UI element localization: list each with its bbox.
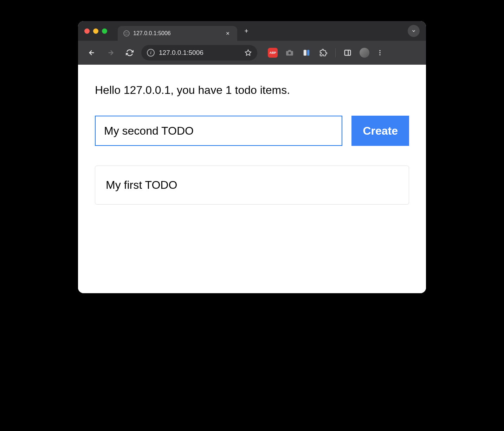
svg-point-8 xyxy=(379,52,380,53)
browser-window: 127.0.0.1:5006 i 127.0.0.1:5006 xyxy=(78,21,426,293)
abp-extension-icon[interactable]: ABP xyxy=(268,48,278,58)
window-minimize-button[interactable] xyxy=(93,28,98,34)
svg-rect-3 xyxy=(304,50,306,56)
close-icon[interactable] xyxy=(224,31,232,36)
page-content: Hello 127.0.0.1, you have 1 todo items. … xyxy=(78,65,426,293)
toolbar-divider xyxy=(335,48,336,57)
create-form: Create xyxy=(95,116,409,146)
todo-item: My first TODO xyxy=(95,166,409,205)
site-info-icon[interactable]: i xyxy=(147,49,155,57)
todo-item-text: My first TODO xyxy=(106,179,177,191)
forward-button[interactable] xyxy=(103,47,118,59)
traffic-lights xyxy=(84,28,107,34)
toolbar: i 127.0.0.1:5006 ABP xyxy=(78,41,426,65)
create-button[interactable]: Create xyxy=(351,116,409,146)
svg-marker-1 xyxy=(245,50,251,56)
titlebar-right xyxy=(408,25,420,37)
svg-point-7 xyxy=(379,50,380,51)
window-close-button[interactable] xyxy=(84,28,90,34)
new-tab-button[interactable] xyxy=(244,28,249,34)
camera-extension-icon[interactable] xyxy=(285,48,295,58)
side-panel-icon[interactable] xyxy=(343,48,353,58)
bookmark-icon[interactable] xyxy=(245,49,252,56)
tab-title: 127.0.0.1:5006 xyxy=(133,30,220,37)
globe-icon xyxy=(123,30,130,37)
profile-avatar[interactable] xyxy=(360,48,369,58)
window-maximize-button[interactable] xyxy=(102,28,107,34)
address-bar[interactable]: i 127.0.0.1:5006 xyxy=(141,45,257,60)
extensions-icon[interactable] xyxy=(318,48,328,58)
reload-button[interactable] xyxy=(122,47,137,59)
back-button[interactable] xyxy=(84,47,99,59)
url-text: 127.0.0.1:5006 xyxy=(159,49,240,57)
svg-rect-5 xyxy=(345,50,351,56)
toolbar-icons: ABP xyxy=(268,48,383,58)
greeting-text: Hello 127.0.0.1, you have 1 todo items. xyxy=(95,84,409,97)
tabs-dropdown-button[interactable] xyxy=(408,25,420,37)
kebab-menu-icon[interactable] xyxy=(376,49,383,56)
svg-point-2 xyxy=(289,52,291,54)
titlebar: 127.0.0.1:5006 xyxy=(78,21,426,41)
browser-tab[interactable]: 127.0.0.1:5006 xyxy=(118,26,237,41)
svg-point-9 xyxy=(379,54,380,55)
svg-rect-4 xyxy=(307,50,309,56)
tabs-extension-icon[interactable] xyxy=(302,48,311,58)
todo-input[interactable] xyxy=(95,116,342,146)
